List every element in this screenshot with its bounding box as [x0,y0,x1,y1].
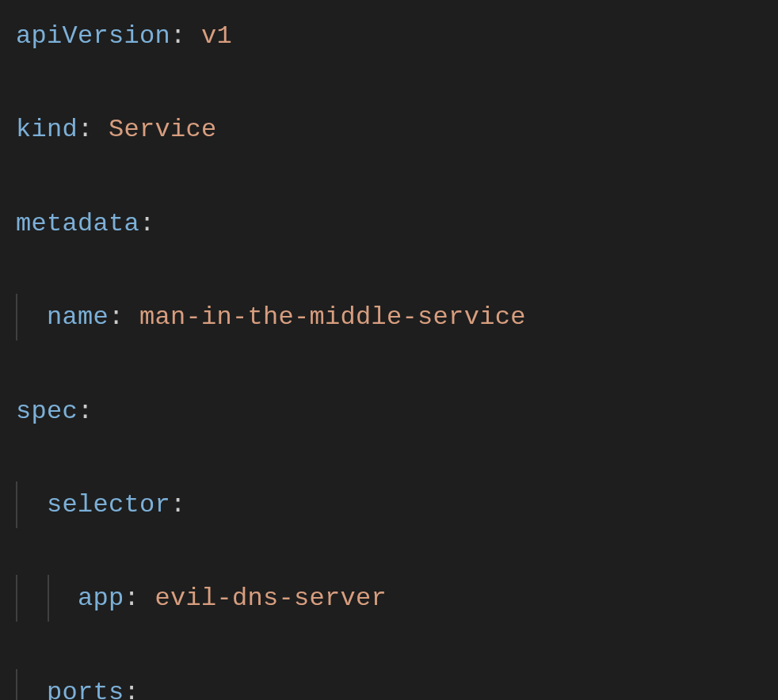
yaml-key: ports [47,678,124,700]
code-line: app: evil-dns-server [16,575,762,622]
yaml-key: spec [16,397,78,426]
code-line: apiVersion: v1 [16,13,762,59]
code-line: name: man-in-the-middle-service [16,294,762,340]
colon: : [124,584,140,613]
colon: : [124,678,140,700]
yaml-value: evil-dns-server [155,584,387,613]
colon: : [78,115,93,144]
colon: : [170,21,186,51]
colon: : [109,302,124,332]
yaml-value: Service [109,115,217,144]
code-line: spec: [16,388,762,435]
code-line: selector: [16,481,762,528]
yaml-value: v1 [201,21,232,51]
code-line: metadata: [16,200,762,247]
yaml-value: man-in-the-middle-service [139,302,526,332]
colon: : [139,209,155,238]
code-line: kind: Service [16,106,762,153]
yaml-key: metadata [16,209,139,238]
yaml-key: app [78,584,124,613]
yaml-key: apiVersion [16,21,170,51]
yaml-key: selector [47,490,170,519]
yaml-key: name [47,302,109,332]
code-line: ports: [16,669,762,700]
colon: : [78,397,93,426]
colon: : [170,490,186,519]
code-block: apiVersion: v1 kind: Service metadata: n… [16,13,762,700]
yaml-key: kind [16,115,78,144]
